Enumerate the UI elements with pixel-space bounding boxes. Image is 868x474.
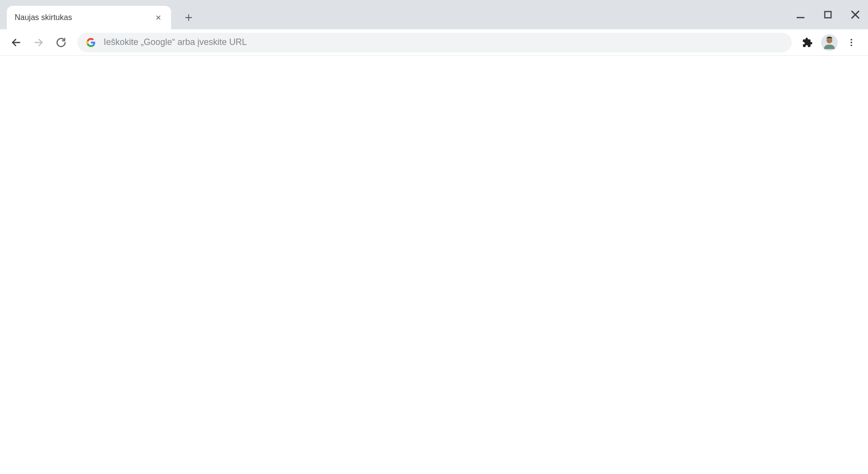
minimize-icon: [795, 9, 806, 21]
svg-point-11: [826, 37, 832, 43]
avatar-icon: [821, 34, 838, 51]
tab-strip: Naujas skirtukas: [0, 0, 868, 29]
window-close-button[interactable]: [848, 8, 862, 22]
active-tab[interactable]: Naujas skirtukas: [7, 6, 171, 29]
svg-point-13: [850, 42, 852, 43]
plus-icon: [184, 13, 193, 22]
window-controls: [794, 0, 862, 29]
maximize-icon: [823, 9, 833, 20]
arrow-left-icon: [11, 37, 22, 48]
close-icon: [155, 14, 162, 21]
tab-title: Naujas skirtukas: [15, 13, 150, 22]
back-button[interactable]: [6, 33, 26, 52]
svg-point-14: [850, 44, 852, 46]
svg-point-12: [850, 39, 852, 40]
google-g-icon: [86, 38, 96, 47]
new-tab-button[interactable]: [180, 9, 197, 26]
more-vertical-icon: [846, 38, 856, 47]
page-content: [0, 56, 868, 474]
profile-avatar[interactable]: [821, 34, 838, 51]
svg-rect-5: [825, 12, 831, 18]
minimize-button[interactable]: [794, 8, 807, 22]
chrome-menu-button[interactable]: [843, 34, 860, 51]
maximize-button[interactable]: [821, 8, 835, 22]
reload-button[interactable]: [51, 33, 71, 52]
arrow-right-icon: [33, 37, 44, 48]
puzzle-icon: [802, 37, 813, 48]
address-bar[interactable]: [77, 33, 792, 52]
forward-button[interactable]: [29, 33, 48, 52]
tab-close-button[interactable]: [153, 13, 163, 22]
toolbar-right: [799, 34, 863, 51]
close-icon: [849, 9, 861, 21]
address-input[interactable]: [104, 37, 783, 47]
toolbar: [0, 29, 868, 56]
extensions-button[interactable]: [799, 34, 816, 51]
reload-icon: [56, 37, 66, 48]
